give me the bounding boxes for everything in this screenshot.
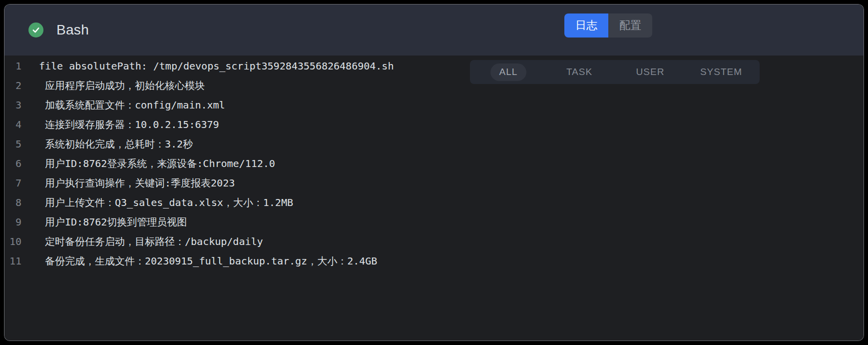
line-text: 定时备份任务启动，目标路径：/backup/daily	[21, 232, 263, 252]
line-text: 备份完成，生成文件：20230915_full_backup.tar.gz，大小…	[21, 252, 377, 271]
window-header: Bash 日志 配置	[4, 4, 864, 56]
line-number: 8	[4, 193, 21, 212]
log-content: ALL TASK USER SYSTEM 1 file absolutePath…	[4, 56, 864, 340]
line-text: 用户上传文件：Q3_sales_data.xlsx，大小：1.2MB	[21, 193, 293, 212]
log-line: 7 用户执行查询操作，关键词:季度报表2023	[4, 174, 864, 193]
line-text: file absolutePath: /tmp/devops_script359…	[21, 56, 394, 76]
line-text: 系统初始化完成，总耗时：3.2秒	[21, 134, 193, 154]
log-line: 4 连接到缓存服务器：10.0.2.15:6379	[4, 115, 864, 134]
line-number: 10	[4, 232, 21, 252]
line-number: 2	[4, 76, 21, 96]
line-number: 6	[4, 154, 21, 174]
filter-user[interactable]: USER	[615, 64, 686, 81]
tab-config[interactable]: 配置	[608, 14, 652, 38]
filter-task[interactable]: TASK	[544, 64, 615, 81]
line-number: 11	[4, 252, 21, 271]
log-line: 6 用户ID:8762登录系统，来源设备:Chrome/112.0	[4, 154, 864, 174]
line-number: 7	[4, 174, 21, 193]
log-line: 10 定时备份任务启动，目标路径：/backup/daily	[4, 232, 864, 252]
log-filter-bar: ALL TASK USER SYSTEM	[470, 60, 760, 84]
filter-all[interactable]: ALL	[473, 64, 544, 81]
line-text: 连接到缓存服务器：10.0.2.15:6379	[21, 115, 219, 134]
tool-output-window: Bash 日志 配置 ALL TASK USER SYSTEM 1 file a…	[4, 4, 864, 341]
line-text: 用户ID:8762切换到管理员视图	[21, 212, 187, 232]
window-title: Bash	[56, 22, 89, 38]
line-text: 用户ID:8762登录系统，来源设备:Chrome/112.0	[21, 154, 275, 174]
filter-all-pill: ALL	[490, 64, 527, 81]
log-line: 9 用户ID:8762切换到管理员视图	[4, 212, 864, 232]
line-number: 4	[4, 115, 21, 134]
view-tab-group: 日志 配置	[564, 14, 652, 38]
line-number: 1	[4, 56, 21, 76]
log-line: 5 系统初始化完成，总耗时：3.2秒	[4, 134, 864, 154]
filter-system[interactable]: SYSTEM	[686, 64, 757, 81]
line-number: 9	[4, 212, 21, 232]
line-text: 用户执行查询操作，关键词:季度报表2023	[21, 174, 235, 193]
line-number: 3	[4, 96, 21, 115]
log-line: 8 用户上传文件：Q3_sales_data.xlsx，大小：1.2MB	[4, 193, 864, 212]
line-number: 5	[4, 134, 21, 154]
log-line: 3 加载系统配置文件：config/main.xml	[4, 96, 864, 115]
success-check-icon	[28, 22, 43, 38]
line-text: 加载系统配置文件：config/main.xml	[21, 96, 225, 115]
tab-logs[interactable]: 日志	[564, 14, 608, 38]
log-line: 11 备份完成，生成文件：20230915_full_backup.tar.gz…	[4, 252, 864, 271]
line-text: 应用程序启动成功，初始化核心模块	[21, 76, 205, 96]
log-scroll-area[interactable]: 1 file absolutePath: /tmp/devops_script3…	[4, 56, 864, 340]
